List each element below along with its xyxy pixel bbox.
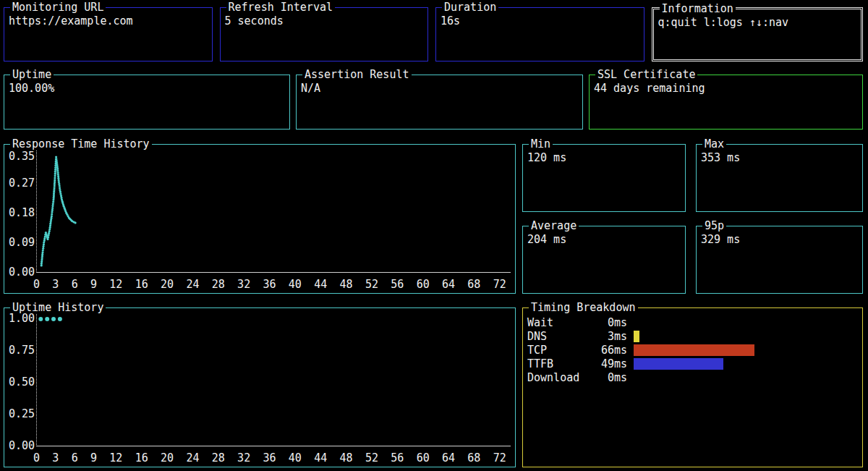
x-axis-tick-label: 9 <box>90 277 97 292</box>
x-axis-tick-label: 36 <box>263 451 276 465</box>
panel-average: Average 204 ms <box>522 226 686 294</box>
panel-assertion-result: Assertion Result N/A <box>296 75 583 130</box>
x-axis-tick-label: 16 <box>135 277 148 292</box>
response-time-y-axis-labels: 0.350.270.180.090.00 <box>9 150 35 273</box>
y-axis-tick-label: 0.75 <box>9 344 35 357</box>
refresh-interval-title: Refresh Interval <box>226 1 336 14</box>
response-time-chart-panel: Response Time History 0.350.270.180.090.… <box>4 144 516 294</box>
x-axis-tick-label: 24 <box>186 277 199 292</box>
panel-duration: Duration 16s <box>435 7 644 61</box>
x-axis-tick-label: 56 <box>391 277 404 292</box>
x-axis-tick-label: 64 <box>442 277 455 292</box>
assertion-result-title: Assertion Result <box>302 68 412 81</box>
95p-title: 95p <box>702 219 726 232</box>
status-row: Uptime 100.00% Assertion Result N/A SSL … <box>4 75 863 130</box>
panel-max: Max 353 ms <box>696 144 863 212</box>
x-axis-tick-label: 9 <box>90 451 97 465</box>
y-axis-tick-label: 0.18 <box>9 206 35 219</box>
panel-refresh-interval: Refresh Interval 5 seconds <box>220 7 429 61</box>
timing-value: 3ms <box>587 330 627 343</box>
x-axis-tick-label: 44 <box>314 451 327 465</box>
timing-bar <box>634 331 639 342</box>
response-time-x-axis-labels: 036912162024283236404448525660646872 <box>33 277 506 292</box>
panel-monitoring-url: Monitoring URL https://example.com <box>4 7 213 61</box>
x-axis-tick-label: 60 <box>417 277 430 292</box>
x-axis-tick-label: 60 <box>417 451 430 465</box>
x-axis-tick-label: 68 <box>467 277 480 292</box>
x-axis-tick-label: 0 <box>33 277 40 292</box>
max-title: Max <box>702 137 726 150</box>
x-axis-tick-label: 0 <box>33 451 40 465</box>
timing-row: Wait0ms <box>527 315 858 329</box>
x-axis-tick-label: 52 <box>365 451 378 465</box>
information-title: Information <box>660 2 736 15</box>
panel-information: Information q:quit l:logs ↑↓:nav <box>652 7 864 61</box>
response-time-plot-area <box>36 150 511 273</box>
x-axis-tick-label: 40 <box>289 277 302 292</box>
x-axis-tick-label: 12 <box>109 451 122 465</box>
panel-min: Min 120 ms <box>522 144 686 212</box>
x-axis-tick-label: 36 <box>263 277 276 292</box>
x-axis-tick-label: 56 <box>391 451 404 465</box>
header-row: Monitoring URL https://example.com Refre… <box>4 7 863 61</box>
x-axis-tick-label: 32 <box>237 451 250 465</box>
uptime-title: Uptime <box>10 68 54 81</box>
response-time-chart-title: Response Time History <box>10 137 152 150</box>
min-title: Min <box>529 137 553 150</box>
timing-label: TTFB <box>527 357 587 370</box>
timing-label: TCP <box>527 344 587 357</box>
panel-timing-breakdown: Timing Breakdown Wait0msDNS3msTCP66msTTF… <box>522 307 863 467</box>
x-axis-tick-label: 6 <box>72 277 78 292</box>
uptime-history-x-axis-labels: 036912162024283236404448525660646872 <box>33 451 506 465</box>
average-title: Average <box>529 219 579 232</box>
timing-row: TTFB49ms <box>527 357 858 370</box>
timing-row: Download0ms <box>527 370 858 384</box>
timing-rows: Wait0msDNS3msTCP66msTTFB49msDownload0ms <box>523 308 862 384</box>
x-axis-tick-label: 32 <box>237 277 250 292</box>
ssl-certificate-title: SSL Certificate <box>595 68 697 81</box>
timing-label: DNS <box>527 330 587 343</box>
x-axis-tick-label: 24 <box>186 451 199 465</box>
timing-row: DNS3ms <box>527 329 858 343</box>
x-axis-tick-label: 52 <box>365 277 378 292</box>
timing-label: Download <box>527 371 587 384</box>
y-axis-tick-label: 0.27 <box>9 177 35 190</box>
timing-value: 66ms <box>587 344 627 357</box>
x-axis-tick-label: 48 <box>340 451 353 465</box>
x-axis-tick-label: 28 <box>212 277 225 292</box>
x-axis-tick-label: 40 <box>289 451 302 465</box>
x-axis-tick-label: 16 <box>135 451 148 465</box>
y-axis-tick-label: 0.00 <box>9 266 35 279</box>
stats-grid: Min 120 ms Max 353 ms Average 204 ms 95p… <box>522 144 863 294</box>
scatter-series <box>37 314 511 446</box>
x-axis-tick-label: 20 <box>161 451 174 465</box>
y-axis-tick-label: 1.00 <box>9 312 35 325</box>
timing-breakdown-title: Timing Breakdown <box>529 301 638 314</box>
x-axis-tick-label: 44 <box>314 277 327 292</box>
x-axis-tick-label: 72 <box>493 451 506 465</box>
timing-bar <box>634 344 754 356</box>
x-axis-tick-label: 64 <box>442 451 455 465</box>
x-axis-tick-label: 20 <box>161 277 174 292</box>
panel-uptime: Uptime 100.00% <box>4 75 290 130</box>
timing-value: 49ms <box>587 357 627 370</box>
timing-label: Wait <box>527 316 587 329</box>
x-axis-tick-label: 3 <box>52 451 59 465</box>
uptime-history-plot-area <box>36 314 511 446</box>
line-series <box>37 150 511 272</box>
x-axis-tick-label: 28 <box>212 451 225 465</box>
duration-title: Duration <box>442 1 498 14</box>
uptime-history-y-axis-labels: 1.000.750.500.250.00 <box>9 314 35 446</box>
timing-row: TCP66ms <box>527 343 858 357</box>
y-axis-tick-label: 0.25 <box>9 407 35 420</box>
y-axis-tick-label: 0.50 <box>9 375 35 389</box>
uptime-history-chart-panel: Uptime History 1.000.750.500.250.00 0369… <box>4 307 516 467</box>
y-axis-tick-label: 0.00 <box>9 439 35 452</box>
y-axis-tick-label: 0.35 <box>9 150 35 163</box>
panel-ssl-certificate: SSL Certificate 44 days remaining <box>589 75 863 130</box>
timing-value: 0ms <box>587 316 627 329</box>
timing-value: 0ms <box>587 371 627 384</box>
panel-95p: 95p 329 ms <box>696 226 863 294</box>
x-axis-tick-label: 6 <box>72 451 78 465</box>
x-axis-tick-label: 48 <box>340 277 353 292</box>
